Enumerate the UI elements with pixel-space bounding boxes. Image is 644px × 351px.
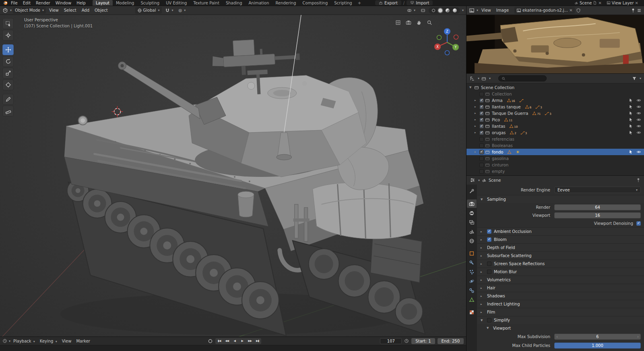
chevron-down-icon[interactable]: ▾ (478, 179, 480, 182)
viewport-menu-select[interactable]: Select (62, 8, 78, 12)
viewport-menu-view[interactable]: View (47, 8, 61, 12)
add-workspace-button[interactable]: + (355, 1, 363, 5)
move-tool[interactable] (2, 44, 14, 55)
outliner-item-collection[interactable]: Collection (466, 91, 644, 97)
bloom-checkbox[interactable] (487, 237, 491, 242)
tab-constraint-properties[interactable] (467, 286, 477, 295)
gizmo-x-negative[interactable] (454, 35, 458, 39)
snap-toggle[interactable]: ▾ (163, 7, 175, 14)
jump-to-end-button[interactable]: ▶▮ (254, 338, 261, 344)
selectable-cursor-icon[interactable] (628, 130, 633, 135)
panel-bloom[interactable]: ▸ Bloom (477, 235, 644, 243)
cursor-tool[interactable] (2, 30, 14, 41)
menu-render[interactable]: Render (33, 0, 53, 6)
panel-depth-of-field[interactable]: ▸ Depth of Field (477, 243, 644, 251)
panel-screen-space-reflections[interactable]: ▸ Screen Space Reflections (477, 260, 644, 268)
display-mode-icon[interactable] (481, 76, 486, 81)
workspace-tab-compositing[interactable]: Compositing (299, 0, 331, 6)
transform-tool[interactable] (2, 79, 14, 90)
frame-start-field[interactable]: Start:1 (411, 338, 435, 344)
outliner-item-llantas[interactable]: ▸ llantas 10 (466, 123, 644, 129)
outliner-item-booleanas[interactable]: Booleanas (466, 142, 644, 149)
auto-keying-toggle[interactable] (208, 339, 213, 344)
selectable-cursor-icon[interactable] (628, 150, 633, 154)
editor-type-3d-viewport-icon[interactable] (2, 8, 8, 13)
collection-exclude-checkbox[interactable] (479, 98, 484, 103)
import-button[interactable]: Import (407, 0, 433, 5)
shading-options-chevron-icon[interactable]: ▾ (462, 8, 464, 12)
tab-texture-properties[interactable] (467, 308, 477, 316)
workspace-tab-animation[interactable]: Animation (246, 0, 272, 6)
tab-output-properties[interactable] (467, 209, 477, 217)
panel-volumetrics[interactable]: ▸ Volumetrics (477, 276, 644, 284)
workspace-tab-texture-paint[interactable]: Texture Paint (190, 0, 223, 6)
timeline-menu-keying[interactable]: Keying ▾ (38, 339, 59, 343)
editor-type-outliner-icon[interactable] (469, 76, 475, 81)
workspace-tab-uv-editing[interactable]: UV Editing (163, 0, 190, 6)
chevron-down-icon[interactable]: ▾ (489, 77, 491, 80)
collection-exclude-checkbox[interactable] (479, 131, 484, 135)
hide-eye-icon[interactable] (636, 130, 641, 135)
sampling-viewport-field[interactable]: 16 (554, 212, 641, 218)
turret[interactable] (189, 75, 366, 177)
tab-world-properties[interactable] (467, 237, 477, 245)
rotate-tool[interactable] (2, 56, 14, 67)
panel-indirect-lighting[interactable]: ▸ Indirect Lighting (477, 300, 644, 308)
new-scene-icon[interactable] (593, 1, 597, 5)
panel-hair[interactable]: ▸ Hair (477, 284, 644, 292)
gizmo-z-negative[interactable] (445, 51, 450, 55)
xray-toggle[interactable] (419, 7, 427, 14)
blender-logo-icon[interactable] (2, 0, 8, 6)
editor-type-image-icon[interactable] (469, 8, 475, 13)
disclosure-triangle-icon[interactable]: ▸ (475, 112, 478, 115)
collection-exclude-checkbox[interactable] (479, 118, 484, 122)
hide-eye-icon[interactable] (636, 98, 641, 103)
outliner-item-gasolina[interactable]: gasolina (466, 155, 644, 162)
tab-modifier-properties[interactable] (467, 258, 477, 267)
menu-help[interactable]: Help (74, 0, 88, 6)
max-child-particles-slider[interactable]: 1.000 (554, 343, 641, 349)
collection-exclude-checkbox[interactable] (479, 150, 484, 154)
shading-wireframe-button[interactable] (431, 8, 436, 13)
outliner-item-empty[interactable]: empty (466, 168, 644, 174)
editor-type-timeline-icon[interactable] (2, 339, 7, 343)
workspace-tab-sculpting[interactable]: Sculpting (137, 0, 163, 6)
outliner-item-fondo[interactable]: ▸ fondo (466, 149, 644, 155)
measure-tool[interactable] (2, 106, 14, 116)
sampling-render-field[interactable]: 64 (554, 204, 641, 210)
navigation-gizmo[interactable]: Z X Y (432, 26, 462, 56)
motion-blur-checkbox[interactable] (487, 270, 491, 274)
disclosure-triangle-icon[interactable]: ▸ (475, 105, 478, 108)
collection-exclude-checkbox[interactable] (479, 92, 484, 96)
outliner-search[interactable] (498, 75, 547, 81)
outliner-item-referencias[interactable]: referencias (466, 136, 644, 142)
collection-exclude-checkbox[interactable] (479, 137, 484, 141)
transform-orientation-selector[interactable]: Global ▾ (135, 7, 162, 14)
header-menu-icon[interactable] (637, 8, 642, 13)
disclosure-triangle-icon[interactable]: ▼ (469, 86, 473, 89)
ambient-occlusion-checkbox[interactable] (487, 229, 491, 234)
outliner-item-arma[interactable]: ▸ Arma 16 (466, 97, 644, 104)
panel-shadows[interactable]: ▸ Shadows (477, 292, 644, 300)
timeline-menu-view[interactable]: View (60, 339, 74, 343)
scene-selector[interactable]: Scene ✕ (574, 1, 602, 5)
outliner-item-cinturon[interactable]: cinturon (466, 162, 644, 168)
previous-keyframe-button[interactable]: ◀◀ (223, 338, 231, 344)
collection-exclude-checkbox[interactable] (479, 143, 484, 148)
hide-eye-icon[interactable] (636, 124, 641, 129)
simplify-checkbox[interactable] (487, 318, 491, 322)
chevron-down-icon[interactable]: ▾ (10, 8, 12, 12)
collection-exclude-checkbox[interactable] (479, 124, 484, 129)
outliner-item-tanque-de-guerra[interactable]: ▸ Tanque De Guerra 71 3 (466, 110, 644, 116)
menu-edit[interactable]: Edit (21, 0, 33, 6)
image-preview-canvas[interactable] (466, 15, 644, 74)
collection-exclude-checkbox[interactable] (479, 163, 484, 167)
disclosure-triangle-icon[interactable]: ▸ (475, 99, 478, 102)
tab-particle-properties[interactable] (467, 268, 477, 276)
outliner-item-pico[interactable]: ▸ Pico 11 (466, 116, 644, 123)
pan-hand-icon[interactable] (416, 20, 422, 25)
chevron-down-icon[interactable]: ▾ (640, 77, 641, 80)
collection-exclude-checkbox[interactable] (479, 169, 484, 174)
play-reverse-button[interactable]: ◀ (231, 338, 238, 344)
workspace-tab-shading[interactable]: Shading (223, 0, 246, 6)
